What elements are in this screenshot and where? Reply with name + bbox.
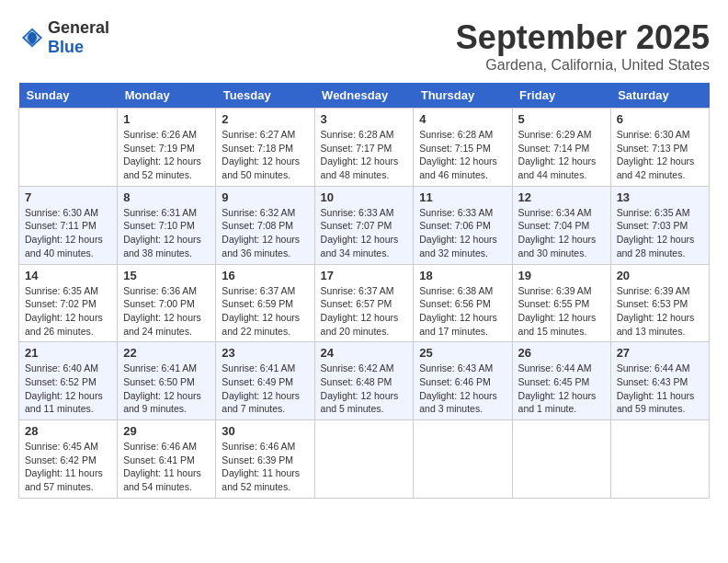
logo-icon bbox=[18, 24, 46, 52]
cell-content: Sunrise: 6:32 AMSunset: 7:08 PMDaylight:… bbox=[222, 206, 308, 260]
cell-w5-d6 bbox=[512, 420, 610, 499]
cell-w1-d4: 3Sunrise: 6:28 AMSunset: 7:17 PMDaylight… bbox=[314, 109, 414, 187]
cell-content: Sunrise: 6:41 AMSunset: 6:50 PMDaylight:… bbox=[123, 362, 210, 416]
date-number: 27 bbox=[617, 346, 703, 360]
cell-w4-d6: 26Sunrise: 6:44 AMSunset: 6:45 PMDayligh… bbox=[512, 342, 610, 420]
date-number: 12 bbox=[518, 190, 605, 204]
cell-w5-d7 bbox=[610, 420, 709, 499]
header-monday: Monday bbox=[118, 83, 216, 109]
cell-content: Sunrise: 6:28 AMSunset: 7:15 PMDaylight:… bbox=[419, 128, 506, 182]
cell-w3-d1: 14Sunrise: 6:35 AMSunset: 7:02 PMDayligh… bbox=[19, 264, 118, 342]
cell-content: Sunrise: 6:46 AMSunset: 6:39 PMDaylight:… bbox=[222, 440, 308, 494]
logo-general: General bbox=[48, 18, 109, 37]
date-number: 5 bbox=[518, 112, 605, 126]
cell-w5-d3: 30Sunrise: 6:46 AMSunset: 6:39 PMDayligh… bbox=[216, 420, 314, 499]
cell-content: Sunrise: 6:33 AMSunset: 7:07 PMDaylight:… bbox=[321, 206, 408, 260]
cell-content: Sunrise: 6:35 AMSunset: 7:03 PMDaylight:… bbox=[617, 206, 703, 260]
cell-w5-d5 bbox=[414, 420, 512, 499]
cell-w2-d5: 11Sunrise: 6:33 AMSunset: 7:06 PMDayligh… bbox=[414, 186, 512, 264]
cell-w2-d6: 12Sunrise: 6:34 AMSunset: 7:04 PMDayligh… bbox=[512, 186, 610, 264]
cell-w5-d2: 29Sunrise: 6:46 AMSunset: 6:41 PMDayligh… bbox=[118, 420, 216, 499]
cell-w3-d7: 20Sunrise: 6:39 AMSunset: 6:53 PMDayligh… bbox=[610, 264, 709, 342]
date-number: 29 bbox=[123, 424, 210, 438]
title-area: September 2025 Gardena, California, Unit… bbox=[456, 18, 710, 74]
date-number: 9 bbox=[222, 190, 308, 204]
date-number: 3 bbox=[321, 112, 408, 126]
date-number: 14 bbox=[25, 269, 111, 282]
cell-w3-d5: 18Sunrise: 6:38 AMSunset: 6:56 PMDayligh… bbox=[414, 264, 512, 342]
cell-w4-d7: 27Sunrise: 6:44 AMSunset: 6:43 PMDayligh… bbox=[610, 342, 709, 420]
cell-w1-d1 bbox=[19, 109, 118, 187]
date-number: 24 bbox=[321, 346, 408, 360]
cell-w5-d1: 28Sunrise: 6:45 AMSunset: 6:42 PMDayligh… bbox=[19, 420, 118, 499]
date-number: 25 bbox=[419, 346, 506, 360]
logo: General Blue bbox=[18, 18, 109, 57]
cell-w3-d3: 16Sunrise: 6:37 AMSunset: 6:59 PMDayligh… bbox=[216, 264, 314, 342]
cell-w3-d6: 19Sunrise: 6:39 AMSunset: 6:55 PMDayligh… bbox=[512, 264, 610, 342]
cell-w5-d4 bbox=[314, 420, 414, 499]
date-number: 23 bbox=[222, 346, 308, 360]
month-title: September 2025 bbox=[456, 18, 710, 57]
cell-content: Sunrise: 6:43 AMSunset: 6:46 PMDaylight:… bbox=[419, 362, 506, 416]
cell-w4-d3: 23Sunrise: 6:41 AMSunset: 6:49 PMDayligh… bbox=[216, 342, 314, 420]
page-header: General Blue September 2025 Gardena, Cal… bbox=[18, 18, 710, 74]
cell-content: Sunrise: 6:38 AMSunset: 6:56 PMDaylight:… bbox=[419, 284, 506, 339]
header-saturday: Saturday bbox=[610, 83, 709, 109]
cell-content: Sunrise: 6:37 AMSunset: 6:59 PMDaylight:… bbox=[222, 284, 308, 339]
date-number: 19 bbox=[518, 269, 605, 282]
date-number: 30 bbox=[222, 424, 308, 438]
cell-content: Sunrise: 6:29 AMSunset: 7:14 PMDaylight:… bbox=[518, 128, 605, 182]
cell-w4-d4: 24Sunrise: 6:42 AMSunset: 6:48 PMDayligh… bbox=[314, 342, 414, 420]
cell-w1-d5: 4Sunrise: 6:28 AMSunset: 7:15 PMDaylight… bbox=[414, 109, 512, 187]
cell-w1-d3: 2Sunrise: 6:27 AMSunset: 7:18 PMDaylight… bbox=[216, 109, 314, 187]
location-title: Gardena, California, United States bbox=[456, 57, 710, 74]
cell-w2-d4: 10Sunrise: 6:33 AMSunset: 7:07 PMDayligh… bbox=[314, 186, 414, 264]
cell-content: Sunrise: 6:44 AMSunset: 6:45 PMDaylight:… bbox=[518, 362, 605, 416]
cell-content: Sunrise: 6:40 AMSunset: 6:52 PMDaylight:… bbox=[25, 362, 111, 416]
date-number: 22 bbox=[123, 346, 210, 360]
cell-content: Sunrise: 6:46 AMSunset: 6:41 PMDaylight:… bbox=[123, 440, 210, 494]
cell-content: Sunrise: 6:37 AMSunset: 6:57 PMDaylight:… bbox=[321, 284, 408, 339]
week-row-1: 1Sunrise: 6:26 AMSunset: 7:19 PMDaylight… bbox=[19, 109, 710, 187]
cell-content: Sunrise: 6:42 AMSunset: 6:48 PMDaylight:… bbox=[321, 362, 408, 416]
week-row-5: 28Sunrise: 6:45 AMSunset: 6:42 PMDayligh… bbox=[19, 420, 710, 499]
date-number: 21 bbox=[25, 346, 111, 360]
date-number: 7 bbox=[25, 190, 111, 204]
header-thursday: Thursday bbox=[414, 83, 512, 109]
date-number: 10 bbox=[321, 190, 408, 204]
date-number: 26 bbox=[518, 346, 605, 360]
cell-content: Sunrise: 6:31 AMSunset: 7:10 PMDaylight:… bbox=[123, 206, 210, 260]
cell-content: Sunrise: 6:41 AMSunset: 6:49 PMDaylight:… bbox=[222, 362, 308, 416]
date-number: 28 bbox=[25, 424, 111, 438]
date-number: 13 bbox=[617, 190, 703, 204]
cell-w2-d1: 7Sunrise: 6:30 AMSunset: 7:11 PMDaylight… bbox=[19, 186, 118, 264]
date-number: 2 bbox=[222, 112, 308, 126]
cell-content: Sunrise: 6:36 AMSunset: 7:00 PMDaylight:… bbox=[123, 284, 210, 339]
cell-w2-d3: 9Sunrise: 6:32 AMSunset: 7:08 PMDaylight… bbox=[216, 186, 314, 264]
cell-w2-d7: 13Sunrise: 6:35 AMSunset: 7:03 PMDayligh… bbox=[610, 186, 709, 264]
week-row-4: 21Sunrise: 6:40 AMSunset: 6:52 PMDayligh… bbox=[19, 342, 710, 420]
cell-w2-d2: 8Sunrise: 6:31 AMSunset: 7:10 PMDaylight… bbox=[118, 186, 216, 264]
cell-content: Sunrise: 6:33 AMSunset: 7:06 PMDaylight:… bbox=[419, 206, 506, 260]
date-number: 11 bbox=[419, 190, 506, 204]
week-row-2: 7Sunrise: 6:30 AMSunset: 7:11 PMDaylight… bbox=[19, 186, 710, 264]
date-number: 15 bbox=[123, 269, 210, 282]
calendar-table: Sunday Monday Tuesday Wednesday Thursday… bbox=[18, 83, 710, 499]
cell-content: Sunrise: 6:30 AMSunset: 7:11 PMDaylight:… bbox=[25, 206, 111, 260]
header-row: Sunday Monday Tuesday Wednesday Thursday… bbox=[19, 83, 710, 109]
date-number: 4 bbox=[419, 112, 506, 126]
date-number: 6 bbox=[617, 112, 703, 126]
cell-w4-d2: 22Sunrise: 6:41 AMSunset: 6:50 PMDayligh… bbox=[118, 342, 216, 420]
date-number: 8 bbox=[123, 190, 210, 204]
date-number: 1 bbox=[123, 112, 210, 126]
cell-content: Sunrise: 6:26 AMSunset: 7:19 PMDaylight:… bbox=[123, 128, 210, 182]
date-number: 16 bbox=[222, 269, 308, 282]
cell-content: Sunrise: 6:27 AMSunset: 7:18 PMDaylight:… bbox=[222, 128, 308, 182]
cell-content: Sunrise: 6:34 AMSunset: 7:04 PMDaylight:… bbox=[518, 206, 605, 260]
week-row-3: 14Sunrise: 6:35 AMSunset: 7:02 PMDayligh… bbox=[19, 264, 710, 342]
cell-content: Sunrise: 6:39 AMSunset: 6:55 PMDaylight:… bbox=[518, 284, 605, 339]
cell-w1-d2: 1Sunrise: 6:26 AMSunset: 7:19 PMDaylight… bbox=[118, 109, 216, 187]
cell-content: Sunrise: 6:44 AMSunset: 6:43 PMDaylight:… bbox=[617, 362, 703, 416]
cell-w1-d6: 5Sunrise: 6:29 AMSunset: 7:14 PMDaylight… bbox=[512, 109, 610, 187]
header-friday: Friday bbox=[512, 83, 610, 109]
